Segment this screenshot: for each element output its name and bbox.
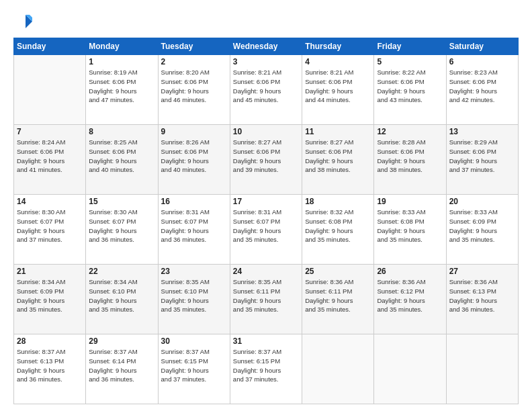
calendar-body: 1Sunrise: 8:19 AM Sunset: 6:06 PM Daylig… (14, 55, 519, 404)
day-number: 4 (305, 57, 371, 66)
calendar-cell: 15Sunrise: 8:30 AM Sunset: 6:07 PM Dayli… (86, 195, 158, 265)
weekday-header: Wednesday (230, 38, 302, 55)
day-number: 2 (161, 57, 227, 66)
calendar-cell: 10Sunrise: 8:27 AM Sunset: 6:06 PM Dayli… (230, 125, 302, 195)
cell-info: Sunrise: 8:37 AM Sunset: 6:15 PM Dayligh… (233, 347, 299, 384)
cell-info: Sunrise: 8:31 AM Sunset: 6:07 PM Dayligh… (161, 208, 227, 244)
calendar-cell: 21Sunrise: 8:34 AM Sunset: 6:09 PM Dayli… (14, 265, 86, 334)
weekday-header: Friday (374, 38, 446, 55)
calendar-cell: 2Sunrise: 8:20 AM Sunset: 6:06 PM Daylig… (158, 55, 230, 125)
day-number: 18 (305, 197, 371, 206)
cell-info: Sunrise: 8:37 AM Sunset: 6:14 PM Dayligh… (89, 347, 154, 384)
calendar-cell: 7Sunrise: 8:24 AM Sunset: 6:06 PM Daylig… (14, 125, 86, 195)
calendar-week-row: 21Sunrise: 8:34 AM Sunset: 6:09 PM Dayli… (14, 265, 519, 334)
calendar-cell (374, 334, 446, 404)
day-number: 16 (161, 197, 227, 206)
day-number: 3 (233, 57, 299, 66)
cell-info: Sunrise: 8:22 AM Sunset: 6:06 PM Dayligh… (377, 68, 443, 105)
calendar-cell: 20Sunrise: 8:33 AM Sunset: 6:09 PM Dayli… (446, 195, 518, 265)
day-number: 9 (161, 127, 227, 136)
day-number: 10 (233, 127, 299, 136)
day-number: 21 (17, 267, 83, 276)
calendar-cell: 11Sunrise: 8:27 AM Sunset: 6:06 PM Dayli… (302, 125, 374, 195)
logo (13, 12, 35, 31)
calendar-cell: 12Sunrise: 8:28 AM Sunset: 6:06 PM Dayli… (374, 125, 446, 195)
calendar-cell: 6Sunrise: 8:23 AM Sunset: 6:06 PM Daylig… (446, 55, 518, 125)
cell-info: Sunrise: 8:34 AM Sunset: 6:10 PM Dayligh… (89, 277, 154, 314)
cell-info: Sunrise: 8:37 AM Sunset: 6:13 PM Dayligh… (17, 347, 83, 384)
header (13, 12, 519, 31)
calendar-cell (302, 334, 374, 404)
calendar-cell: 18Sunrise: 8:32 AM Sunset: 6:08 PM Dayli… (302, 195, 374, 265)
cell-info: Sunrise: 8:36 AM Sunset: 6:12 PM Dayligh… (377, 277, 443, 314)
calendar-week-row: 28Sunrise: 8:37 AM Sunset: 6:13 PM Dayli… (14, 334, 519, 404)
calendar-header-row: SundayMondayTuesdayWednesdayThursdayFrid… (14, 38, 519, 55)
calendar-cell: 8Sunrise: 8:25 AM Sunset: 6:06 PM Daylig… (86, 125, 158, 195)
cell-info: Sunrise: 8:29 AM Sunset: 6:06 PM Dayligh… (449, 138, 515, 175)
cell-info: Sunrise: 8:31 AM Sunset: 6:07 PM Dayligh… (233, 208, 299, 244)
calendar-cell: 23Sunrise: 8:35 AM Sunset: 6:10 PM Dayli… (158, 265, 230, 334)
day-number: 11 (305, 127, 371, 136)
day-number: 30 (161, 336, 227, 346)
weekday-header: Saturday (446, 38, 518, 55)
day-number: 1 (89, 57, 154, 66)
calendar-cell (14, 55, 86, 125)
cell-info: Sunrise: 8:24 AM Sunset: 6:06 PM Dayligh… (17, 138, 83, 175)
calendar-week-row: 14Sunrise: 8:30 AM Sunset: 6:07 PM Dayli… (14, 195, 519, 265)
weekday-header: Tuesday (158, 38, 230, 55)
calendar-cell: 31Sunrise: 8:37 AM Sunset: 6:15 PM Dayli… (230, 334, 302, 404)
day-number: 6 (449, 57, 515, 66)
cell-info: Sunrise: 8:27 AM Sunset: 6:06 PM Dayligh… (233, 138, 299, 175)
cell-info: Sunrise: 8:23 AM Sunset: 6:06 PM Dayligh… (449, 68, 515, 105)
calendar-cell: 24Sunrise: 8:35 AM Sunset: 6:11 PM Dayli… (230, 265, 302, 334)
cell-info: Sunrise: 8:36 AM Sunset: 6:11 PM Dayligh… (305, 277, 371, 314)
day-number: 27 (449, 267, 515, 276)
cell-info: Sunrise: 8:21 AM Sunset: 6:06 PM Dayligh… (305, 68, 371, 105)
cell-info: Sunrise: 8:37 AM Sunset: 6:15 PM Dayligh… (161, 347, 227, 384)
cell-info: Sunrise: 8:25 AM Sunset: 6:06 PM Dayligh… (89, 138, 154, 175)
day-number: 29 (89, 336, 154, 346)
cell-info: Sunrise: 8:32 AM Sunset: 6:08 PM Dayligh… (305, 208, 371, 244)
day-number: 17 (233, 197, 299, 206)
calendar-table: SundayMondayTuesdayWednesdayThursdayFrid… (13, 38, 519, 404)
logo-icon (13, 12, 32, 31)
day-number: 7 (17, 127, 83, 136)
day-number: 26 (377, 267, 443, 276)
calendar-cell: 22Sunrise: 8:34 AM Sunset: 6:10 PM Dayli… (86, 265, 158, 334)
day-number: 14 (17, 197, 83, 206)
day-number: 28 (17, 336, 83, 346)
cell-info: Sunrise: 8:35 AM Sunset: 6:11 PM Dayligh… (233, 277, 299, 314)
calendar-cell: 1Sunrise: 8:19 AM Sunset: 6:06 PM Daylig… (86, 55, 158, 125)
day-number: 24 (233, 267, 299, 276)
calendar-cell: 16Sunrise: 8:31 AM Sunset: 6:07 PM Dayli… (158, 195, 230, 265)
calendar-cell: 19Sunrise: 8:33 AM Sunset: 6:08 PM Dayli… (374, 195, 446, 265)
day-number: 8 (89, 127, 154, 136)
weekday-header: Sunday (14, 38, 86, 55)
calendar-week-row: 7Sunrise: 8:24 AM Sunset: 6:06 PM Daylig… (14, 125, 519, 195)
day-number: 15 (89, 197, 154, 206)
day-number: 31 (233, 336, 299, 346)
day-number: 22 (89, 267, 154, 276)
day-number: 20 (449, 197, 515, 206)
calendar-cell: 9Sunrise: 8:26 AM Sunset: 6:06 PM Daylig… (158, 125, 230, 195)
cell-info: Sunrise: 8:33 AM Sunset: 6:08 PM Dayligh… (377, 208, 443, 244)
cell-info: Sunrise: 8:30 AM Sunset: 6:07 PM Dayligh… (17, 208, 83, 244)
day-number: 13 (449, 127, 515, 136)
day-number: 23 (161, 267, 227, 276)
calendar-cell: 29Sunrise: 8:37 AM Sunset: 6:14 PM Dayli… (86, 334, 158, 404)
cell-info: Sunrise: 8:21 AM Sunset: 6:06 PM Dayligh… (233, 68, 299, 105)
cell-info: Sunrise: 8:35 AM Sunset: 6:10 PM Dayligh… (161, 277, 227, 314)
calendar-cell (446, 334, 518, 404)
calendar-cell: 3Sunrise: 8:21 AM Sunset: 6:06 PM Daylig… (230, 55, 302, 125)
calendar-cell: 4Sunrise: 8:21 AM Sunset: 6:06 PM Daylig… (302, 55, 374, 125)
weekday-header: Monday (86, 38, 158, 55)
cell-info: Sunrise: 8:34 AM Sunset: 6:09 PM Dayligh… (17, 277, 83, 314)
day-number: 19 (377, 197, 443, 206)
cell-info: Sunrise: 8:36 AM Sunset: 6:13 PM Dayligh… (449, 277, 515, 314)
calendar-cell: 27Sunrise: 8:36 AM Sunset: 6:13 PM Dayli… (446, 265, 518, 334)
day-number: 25 (305, 267, 371, 276)
calendar-cell: 17Sunrise: 8:31 AM Sunset: 6:07 PM Dayli… (230, 195, 302, 265)
calendar-cell: 25Sunrise: 8:36 AM Sunset: 6:11 PM Dayli… (302, 265, 374, 334)
cell-info: Sunrise: 8:33 AM Sunset: 6:09 PM Dayligh… (449, 208, 515, 244)
day-number: 5 (377, 57, 443, 66)
